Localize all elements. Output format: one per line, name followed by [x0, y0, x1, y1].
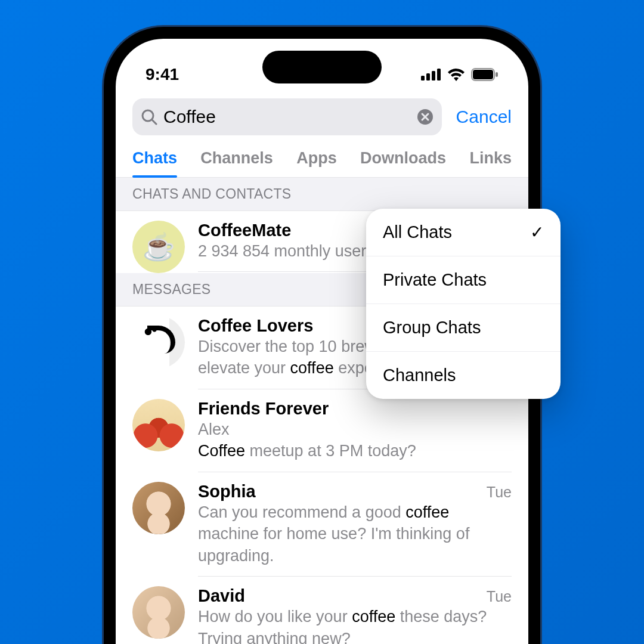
checkmark-icon: ✓	[530, 222, 544, 242]
chat-name: Sophia	[198, 482, 256, 501]
avatar	[132, 482, 185, 534]
svg-rect-2	[432, 71, 435, 80]
svg-rect-0	[421, 76, 425, 80]
contact-name: CoffeeMate	[198, 221, 291, 240]
section-header-contacts: CHATS AND CONTACTS	[116, 178, 528, 211]
svg-rect-3	[437, 69, 441, 80]
cancel-button[interactable]: Cancel	[456, 107, 512, 127]
chat-name: David	[198, 586, 245, 606]
tab-links[interactable]: Links	[469, 149, 512, 177]
filter-label: Group Chats	[383, 318, 481, 338]
tab-channels[interactable]: Channels	[200, 149, 273, 177]
svg-rect-1	[426, 73, 430, 80]
svg-rect-5	[473, 70, 493, 79]
filter-private-chats[interactable]: Private Chats	[366, 256, 561, 304]
clear-search-icon[interactable]	[417, 109, 434, 125]
search-tabs: Chats Channels Apps Downloads Links	[116, 138, 528, 178]
message-preview: Alex Coffee meetup at 3 PM today?	[198, 419, 512, 462]
message-preview: Can you recommend a good coffee machine …	[198, 501, 512, 566]
avatar	[132, 586, 185, 639]
dynamic-island	[262, 51, 382, 83]
search-icon	[141, 109, 157, 125]
filter-label: Private Chats	[383, 270, 487, 290]
avatar	[132, 399, 185, 451]
avatar: ☕	[132, 221, 185, 273]
status-time: 9:41	[145, 65, 179, 84]
chat-filter-popover: All Chats ✓ Private Chats Group Chats Ch…	[366, 209, 561, 399]
cellular-icon	[421, 69, 441, 80]
message-row[interactable]: David Tue How do you like your coffee th…	[116, 577, 528, 644]
chat-name: Friends Forever	[198, 399, 329, 419]
tab-downloads[interactable]: Downloads	[360, 149, 446, 177]
search-input[interactable]	[163, 107, 411, 127]
timestamp: Tue	[487, 484, 512, 501]
wifi-icon	[447, 68, 465, 81]
svg-line-8	[152, 120, 156, 124]
filter-all-chats[interactable]: All Chats ✓	[366, 209, 561, 256]
message-row[interactable]: Friends Forever Alex Coffee meetup at 3 …	[116, 389, 528, 472]
message-preview: How do you like your coffee these days? …	[198, 606, 512, 644]
timestamp: Tue	[487, 588, 512, 605]
battery-icon	[471, 68, 499, 81]
avatar	[132, 316, 185, 369]
chat-name: Coffee Lovers	[198, 316, 313, 336]
tab-chats[interactable]: Chats	[132, 149, 177, 177]
filter-group-chats[interactable]: Group Chats	[366, 304, 561, 352]
message-row[interactable]: Sophia Tue Can you recommend a good coff…	[116, 472, 528, 577]
filter-label: All Chats	[383, 222, 452, 242]
filter-label: Channels	[383, 366, 456, 385]
svg-rect-6	[496, 72, 498, 77]
search-field[interactable]	[132, 98, 442, 135]
tab-apps[interactable]: Apps	[296, 149, 337, 177]
filter-channels[interactable]: Channels	[366, 352, 561, 399]
